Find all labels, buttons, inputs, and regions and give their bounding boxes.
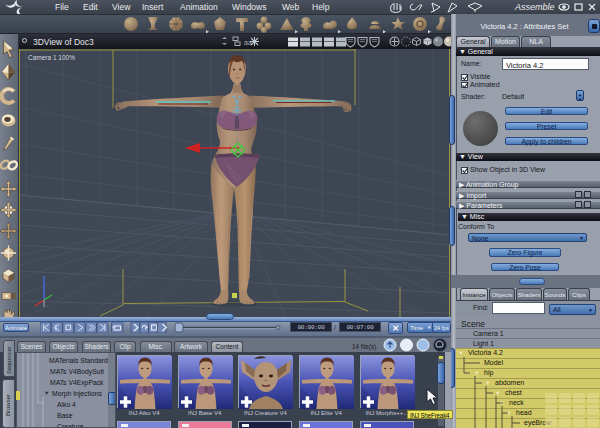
svg-text:aa: aa	[244, 39, 252, 46]
svg-text:Camera 1 100%: Camera 1 100%	[28, 54, 75, 61]
